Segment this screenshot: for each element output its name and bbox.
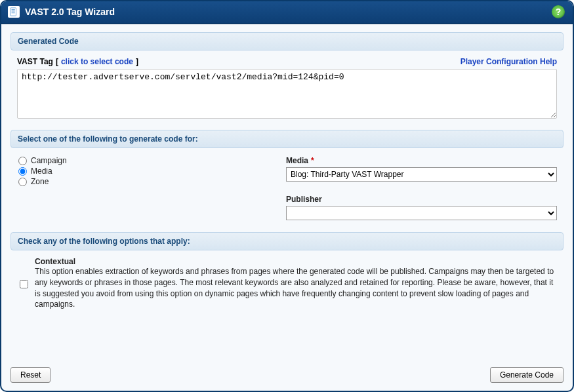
generated-code-textarea[interactable] [17, 69, 557, 119]
bracket-open: [ [56, 57, 58, 66]
document-icon [8, 6, 20, 18]
radio-campaign-label: Campaign [31, 156, 67, 165]
wizard-window: VAST 2.0 Tag Wizard ? Generated Code VAS… [0, 0, 574, 392]
radio-campaign[interactable] [18, 157, 27, 165]
media-label-text: Media [286, 156, 308, 165]
footer-button-bar: Reset Generate Code [10, 367, 564, 383]
player-configuration-help-link[interactable]: Player Configuration Help [461, 57, 557, 66]
vast-tag-prefix: VAST Tag [17, 57, 53, 66]
generated-code-heading: Generated Code [10, 32, 564, 50]
media-select[interactable]: Blog: Third-Party VAST Wrapper [286, 167, 557, 182]
required-marker: * [311, 156, 314, 165]
vast-tag-label: VAST Tag [ click to select code ] [17, 57, 141, 66]
radio-zone-label: Zone [31, 177, 49, 186]
radio-zone[interactable] [18, 178, 27, 186]
titlebar: VAST 2.0 Tag Wizard ? [1, 1, 573, 24]
media-field-label: Media* [286, 156, 557, 165]
contextual-description: This option enables extraction of keywor… [35, 266, 557, 310]
reset-button[interactable]: Reset [10, 367, 51, 383]
options-heading: Check any of the following options that … [10, 232, 564, 250]
publisher-field-label: Publisher [286, 195, 557, 204]
bracket-close: ] [136, 57, 138, 66]
select-one-heading: Select one of the following to generate … [10, 130, 564, 148]
publisher-select[interactable] [286, 206, 557, 220]
help-icon[interactable]: ? [552, 5, 565, 18]
body: Generated Code VAST Tag [ click to selec… [1, 24, 573, 330]
contextual-title: Contextual [35, 257, 557, 266]
click-to-select-code-link[interactable]: click to select code [61, 57, 133, 66]
radio-media[interactable] [18, 167, 27, 176]
code-for-radio-group: Campaign Media Zone [17, 155, 273, 220]
radio-media-label: Media [31, 167, 52, 176]
generate-code-button[interactable]: Generate Code [490, 367, 564, 383]
contextual-checkbox[interactable] [20, 258, 28, 310]
window-title: VAST 2.0 Tag Wizard [25, 7, 115, 17]
